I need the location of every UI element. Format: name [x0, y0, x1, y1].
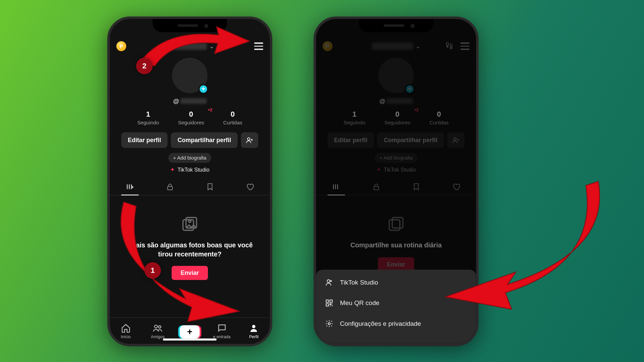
create-button-icon: + — [180, 325, 200, 338]
step-marker-1: 1 — [145, 262, 161, 279]
tab-saved[interactable] — [190, 179, 230, 195]
nav-friends-label: Amigos — [151, 334, 165, 339]
add-avatar-icon[interactable]: + — [199, 84, 209, 94]
studio-link-label: TikTok Studio — [177, 166, 209, 172]
nav-home-label: Início — [121, 334, 130, 339]
tab-feed[interactable] — [110, 179, 150, 195]
nav-profile-label: Perfil — [249, 334, 259, 339]
sheet-settings-label: Configurações e privacidade — [340, 320, 421, 327]
tab-private[interactable] — [150, 179, 190, 195]
sheet-studio-label: TikTok Studio — [340, 279, 378, 286]
annotation-arrow-to-settings — [433, 177, 607, 317]
add-friend-button[interactable] — [241, 132, 258, 148]
add-bio-chip[interactable]: + Add biografia — [168, 153, 211, 163]
svg-rect-18 — [330, 300, 332, 302]
svg-rect-19 — [326, 304, 328, 306]
stat-followers-label: Seguidores — [178, 120, 204, 126]
edit-profile-button[interactable]: Editar perfil — [121, 132, 167, 148]
home-indicator — [163, 339, 217, 341]
sheet-qr-label: Meu QR code — [340, 299, 380, 307]
svg-point-0 — [248, 138, 250, 140]
stat-following-value: 1 — [137, 110, 159, 119]
svg-point-6 — [159, 325, 161, 328]
stat-following[interactable]: 1 Seguindo — [137, 110, 159, 126]
stat-followers-value: 0 — [178, 110, 204, 119]
profile-stats: 1 Seguindo 0 +2 Seguidores 0 Curtidas — [110, 110, 270, 126]
handle-at: @ — [173, 97, 179, 104]
svg-point-20 — [328, 322, 330, 324]
tiktok-studio-link[interactable]: ✦ TikTok Studio — [170, 166, 210, 173]
studio-icon: ✦ — [170, 166, 175, 173]
annotation-arrow-to-profile-tab — [111, 194, 256, 326]
stat-following-label: Seguindo — [137, 120, 159, 126]
user-handle: @ — [173, 97, 207, 104]
stat-likes-label: Curtidas — [223, 120, 242, 126]
phone-notch — [359, 19, 433, 32]
svg-rect-17 — [326, 300, 328, 302]
stat-followers-badge: +2 — [208, 108, 212, 112]
share-profile-button[interactable]: Compartilhar perfil — [171, 132, 238, 148]
profile-tabs — [110, 179, 270, 195]
coin-icon[interactable]: P — [116, 41, 126, 51]
svg-rect-1 — [167, 186, 172, 190]
tab-liked[interactable] — [230, 179, 270, 195]
stat-likes-value: 0 — [223, 110, 242, 119]
stat-followers[interactable]: 0 +2 Seguidores — [178, 110, 204, 126]
blurred-handle — [180, 98, 207, 104]
step-marker-2: 2 — [136, 58, 153, 74]
stat-likes[interactable]: 0 Curtidas — [223, 110, 242, 126]
nav-inbox-label: e entrada — [213, 334, 230, 339]
